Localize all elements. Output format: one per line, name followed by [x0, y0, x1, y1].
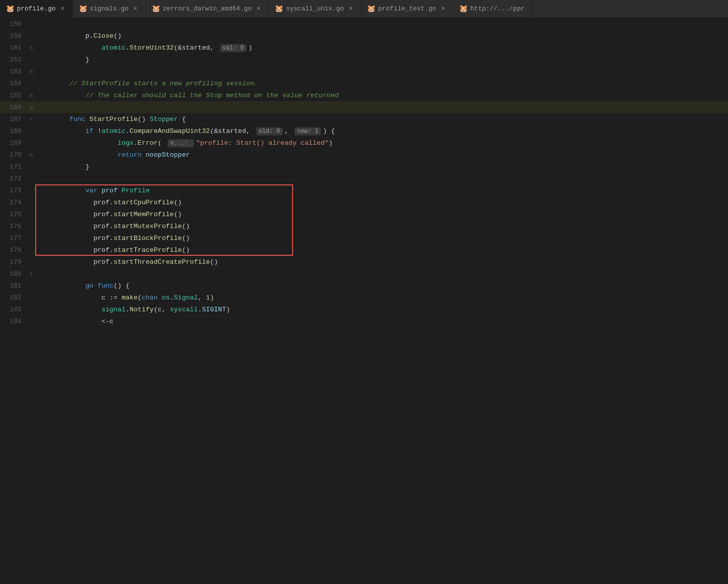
line-number: 167 — [0, 113, 27, 125]
line-number: 168 — [0, 125, 27, 137]
fold-gutter[interactable]: ⊟ — [27, 152, 35, 158]
tab-signals-go[interactable]: 🐹 signals.go × — [73, 0, 146, 17]
close-icon[interactable]: × — [347, 5, 355, 13]
tab-label: profile.go — [17, 5, 56, 12]
line-number: 170 — [0, 149, 27, 161]
fold-gutter[interactable]: ⊟ — [27, 105, 35, 111]
code-line-184: 184 — [0, 315, 728, 327]
line-number: 174 — [0, 196, 27, 208]
tab-label: profile_test.go — [378, 5, 436, 12]
red-box-container: 173 prof.startCpuProfile() 174 prof.star… — [0, 184, 728, 256]
tab-icon: 🐹 — [6, 5, 14, 13]
tab-icon: 🐹 — [152, 5, 160, 13]
line-number: 172 — [0, 173, 27, 184]
line-number: 159 — [0, 18, 27, 30]
tab-icon: 🐹 — [460, 5, 468, 13]
code-line-178: 178 prof.startThreadCreateProfile() — [0, 244, 728, 256]
code-line-181: 181 c := make(chan os.Signal, 1) — [0, 280, 728, 292]
line-number: 176 — [0, 220, 27, 232]
line-number: 173 — [0, 184, 27, 196]
code-line-179: 179 — [0, 256, 728, 268]
close-icon[interactable]: × — [59, 5, 66, 13]
code-line-163: 163 ⊟ // StartProfile starts a new profi… — [0, 65, 728, 77]
line-number: 182 — [0, 292, 27, 303]
tab-profile-test[interactable]: 🐹 profile_test.go × — [362, 0, 454, 17]
code-line-159: 159 p.Close() — [0, 18, 728, 30]
code-line-180: 180 ▽ go func() { — [0, 268, 728, 280]
close-icon[interactable]: × — [131, 5, 139, 13]
line-number: 164 — [0, 77, 27, 89]
line-number: 163 — [0, 65, 27, 77]
tab-icon: 🐹 — [79, 5, 87, 13]
line-number: 160 — [0, 30, 27, 42]
close-icon[interactable]: × — [439, 5, 447, 13]
line-number: 166 — [0, 101, 27, 113]
fold-gutter[interactable]: ⊟ — [27, 93, 35, 99]
line-number: 181 — [0, 280, 27, 292]
line-number: 161 — [0, 42, 27, 54]
tab-http[interactable]: 🐹 http://.../ppr — [454, 0, 531, 17]
code-line-177: 177 prof.startTraceProfile() — [0, 232, 728, 244]
tab-icon: 🐹 — [275, 5, 283, 13]
code-line-183: 183 <-c — [0, 303, 728, 315]
line-number: 165 — [0, 89, 27, 101]
code-line-171: 171 — [0, 161, 728, 173]
line-number: 175 — [0, 208, 27, 220]
tab-label: syscall_unix.go — [286, 5, 344, 12]
tab-profile-go[interactable]: 🐹 profile.go × — [0, 0, 73, 17]
code-line-165: 165 ⊟ // to cleanly stop profiling. — [0, 89, 728, 101]
code-line-160: 160 atomic.StoreUint32(&started, val: 0) — [0, 30, 728, 42]
code-line-167: 167 ▽ if !atomic.CompareAndSwapUint32(&s… — [0, 113, 728, 125]
fold-gutter[interactable]: ▽ — [27, 271, 35, 277]
tab-syscall-unix[interactable]: 🐹 syscall_unix.go × — [269, 0, 361, 17]
code-line-173: 173 prof.startCpuProfile() — [0, 184, 728, 196]
fold-gutter[interactable]: ▽ — [27, 117, 35, 122]
line-number: 179 — [0, 256, 27, 268]
tab-zerrors[interactable]: 🐹 zerrors_darwin_amd64.go × — [146, 0, 269, 17]
code-line-169: 169 return noopStopper — [0, 137, 728, 149]
code-line-168: 168 logx.Error( v...: "profile: Start() … — [0, 125, 728, 137]
line-number: 180 — [0, 268, 27, 280]
code-line-172: 172 var prof Profile — [0, 173, 728, 184]
code-line-166: 166 ⊟ func StartProfile() Stopper { — [0, 101, 728, 113]
tab-bar: 🐹 profile.go × 🐹 signals.go × 🐹 zerrors_… — [0, 0, 728, 18]
line-number: 177 — [0, 232, 27, 244]
code-line-174: 174 prof.startMemProfile() — [0, 196, 728, 208]
app-window: 🐹 profile.go × 🐹 signals.go × 🐹 zerrors_… — [0, 0, 728, 327]
line-number: 169 — [0, 137, 27, 149]
code-line-162: 162 — [0, 54, 728, 65]
code-line-170: 170 ⊟ } — [0, 149, 728, 161]
fold-gutter[interactable]: ⊟ — [27, 45, 35, 51]
line-number: 171 — [0, 161, 27, 173]
code-line-164: 164 // The caller should call the Stop m… — [0, 77, 728, 89]
line-number: 162 — [0, 54, 27, 65]
code-line-176: 176 prof.startBlockProfile() — [0, 220, 728, 232]
tab-label: zerrors_darwin_amd64.go — [163, 5, 251, 12]
code-line-182: 182 signal.Notify(c, syscall.SIGINT) — [0, 292, 728, 303]
tab-label: http://.../ppr — [471, 5, 525, 12]
line-number: 184 — [0, 315, 27, 327]
code-line-161: 161 ⊟ } — [0, 42, 728, 54]
code-line-175: 175 prof.startMutexProfile() — [0, 208, 728, 220]
line-number: 183 — [0, 303, 27, 315]
tab-label: signals.go — [90, 5, 128, 12]
close-icon[interactable]: × — [254, 5, 262, 13]
tab-icon: 🐹 — [367, 5, 375, 13]
fold-gutter[interactable]: ⊟ — [27, 69, 35, 75]
line-number: 178 — [0, 244, 27, 256]
code-editor: 159 p.Close() 160 atomic.StoreUint32(&st… — [0, 18, 728, 327]
